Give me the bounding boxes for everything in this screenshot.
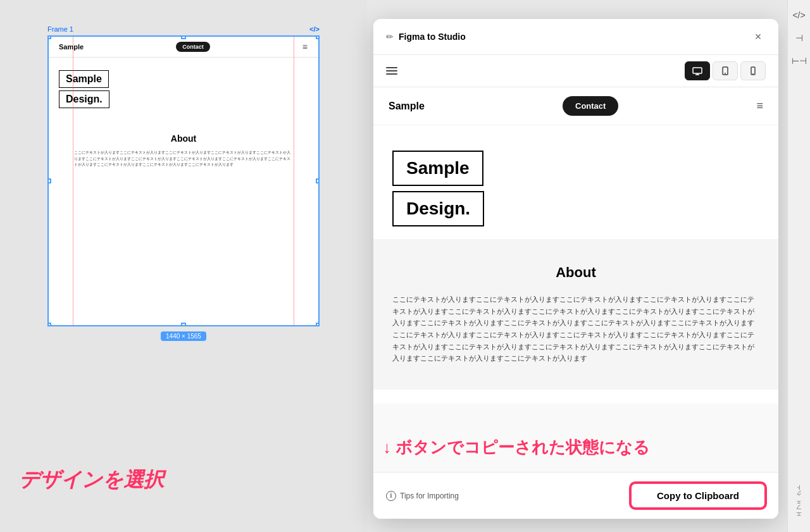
preview-contact-btn[interactable]: Contact — [563, 96, 618, 116]
frame-hero: Sample Design. — [49, 58, 318, 114]
frame-contact-btn: Contact — [176, 42, 210, 52]
preview-hero-design: Design. — [392, 191, 484, 226]
frame-hero-design: Design. — [59, 90, 109, 108]
red-guide-left — [73, 37, 73, 325]
frame-nav: Sample Contact ≡ — [49, 37, 318, 58]
svg-point-4 — [725, 73, 726, 74]
frame-about-text: ここにテキストが入りますここにテキストが入りますここにテキストが入りますここにテ… — [74, 150, 293, 168]
hamburger-menu-icon[interactable] — [386, 67, 397, 75]
preview-area[interactable]: Sample Contact ≡ Sample Design. About ここ… — [373, 87, 778, 472]
frame-site-name: Sample — [59, 43, 84, 51]
info-icon: i — [386, 491, 396, 501]
preview-about-text: ここにテキストが入りますここにテキストが入りますここにテキストが入りますここにテ… — [392, 294, 759, 364]
preview-about-title: About — [392, 264, 759, 281]
device-desktop-btn[interactable] — [685, 61, 710, 80]
tips-link[interactable]: i Tips for Importing — [386, 491, 459, 501]
plugin-header: ✏ Figma to Studio × — [373, 19, 778, 55]
frame-code-icon: </> — [309, 25, 320, 33]
device-tablet-btn[interactable] — [713, 61, 738, 80]
hamburger-line-1 — [386, 67, 397, 68]
preview-site-name: Sample — [389, 101, 425, 112]
left-annotation-text: デザインを選択 — [19, 466, 164, 494]
preview-nav: Sample Contact ≡ — [373, 87, 778, 125]
device-icons — [685, 61, 766, 80]
preview-menu-icon: ≡ — [756, 99, 763, 113]
copy-to-clipboard-button[interactable]: Copy to Clipboard — [630, 483, 766, 509]
corner-handle-bm — [181, 323, 186, 326]
device-mobile-btn[interactable] — [740, 61, 766, 80]
close-button[interactable]: × — [751, 29, 766, 44]
frame-box: Sample Contact ≡ Sample Design. About ここ… — [47, 35, 320, 326]
collapse-icon[interactable]: ⊢⊣ — [792, 56, 807, 66]
device-toolbar — [373, 55, 778, 87]
svg-rect-0 — [693, 68, 702, 73]
effects-label: エフェクト — [795, 488, 803, 519]
tips-label: Tips for Importing — [400, 492, 459, 500]
frame-hero-sample: Sample — [59, 70, 109, 88]
preview-about-section: About ここにテキストが入りますここにテキストが入りますここにテキストが入り… — [373, 239, 778, 390]
frame-about: About ここにテキストが入りますここにテキストが入りますここにテキストが入り… — [49, 114, 318, 175]
frame-menu-icon: ≡ — [302, 42, 308, 52]
hamburger-line-2 — [386, 70, 397, 71]
corner-handle-mr — [316, 178, 320, 183]
corner-handle-tl — [47, 35, 51, 39]
adjust-icon[interactable]: ⊣ — [795, 33, 803, 43]
preview-content: Sample Contact ≡ Sample Design. About ここ… — [373, 87, 778, 404]
hamburger-line-3 — [386, 73, 397, 75]
right-sidebar: </> ⊣ ⊢⊣ エフェクト — [787, 0, 810, 532]
corner-handle-bl — [47, 323, 51, 326]
corner-handle-tr — [316, 35, 320, 39]
frame-label-row: Frame 1 </> — [47, 25, 320, 33]
plugin-title: Figma to Studio — [399, 32, 466, 42]
corner-handle-ml — [47, 178, 51, 183]
frame-label: Frame 1 — [47, 25, 73, 33]
red-guide-right — [294, 37, 294, 325]
plugin-title-row: ✏ Figma to Studio — [386, 32, 466, 42]
preview-hero: Sample Design. — [373, 125, 778, 239]
pencil-icon: ✏ — [386, 32, 394, 42]
code-icon[interactable]: </> — [792, 10, 805, 20]
svg-point-6 — [752, 73, 754, 75]
plugin-panel: ✏ Figma to Studio × — [373, 19, 778, 519]
corner-handle-br — [316, 323, 320, 326]
frame-size-badge: 1440 × 1565 — [161, 331, 206, 341]
canvas-area: Frame 1 </> Sample Contact ≡ Sample Desi… — [0, 0, 367, 532]
corner-handle-tm — [181, 35, 186, 39]
frame-about-title: About — [74, 133, 293, 144]
plugin-footer: i Tips for Importing Copy to Clipboard — [373, 472, 778, 519]
preview-hero-sample: Sample — [392, 151, 483, 186]
